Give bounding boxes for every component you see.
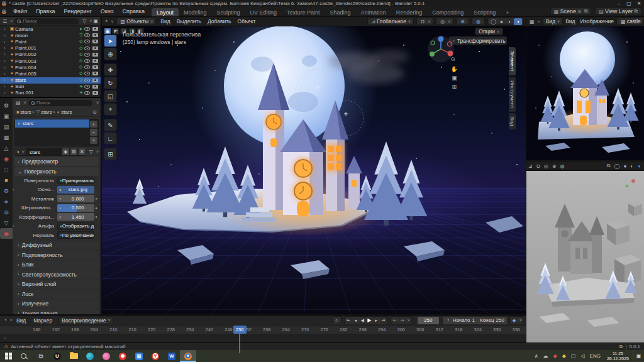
disable-render-icon[interactable] <box>92 47 98 50</box>
toolbar-tool-button[interactable]: ⊞ <box>104 148 117 160</box>
image-mode-dropdown[interactable]: Вид ˅ <box>543 18 563 25</box>
outliner-search-input[interactable]: Поиск <box>14 18 79 25</box>
new-collection-icon[interactable]: ▣ <box>92 18 99 24</box>
material-filter-icon[interactable]: ▽ <box>88 149 94 155</box>
workspace-tab[interactable]: Shading <box>325 8 356 16</box>
image-menu-item[interactable]: Изображение <box>578 18 617 25</box>
properties-tab[interactable]: ■ <box>0 175 13 185</box>
editor-type-icon[interactable]: ⌖ <box>104 18 109 25</box>
outliner-row[interactable]: › ✦ Point.005 ⊙ <box>0 70 101 77</box>
object-name[interactable]: Sun <box>15 84 78 89</box>
outliner-row[interactable]: › ✦ Point ⊙ <box>0 38 101 45</box>
keyframe-dot-icon[interactable]: ● <box>94 197 98 200</box>
language-indicator[interactable]: ENG <box>587 353 603 359</box>
new-layer-icon[interactable]: ⧉ <box>634 8 638 14</box>
proportional-icon[interactable]: ◎ <box>542 163 550 169</box>
expand-arrow-icon[interactable]: › <box>4 58 9 64</box>
pan-hand-icon[interactable]: ✋ <box>451 65 458 74</box>
viewport-menu-item[interactable]: Выделить <box>174 18 204 25</box>
hide-eye-icon[interactable] <box>84 79 90 82</box>
properties-tab[interactable]: ⚙ <box>0 100 13 111</box>
tray-icon[interactable]: ☁ <box>541 353 551 359</box>
unlink-button[interactable]: ✕ <box>78 148 86 156</box>
object-name[interactable]: moon <box>15 33 78 38</box>
jump-end-button[interactable]: ⇥ <box>380 317 387 324</box>
properties-tab[interactable]: ⚙ <box>0 185 13 196</box>
toolbar-tool-button[interactable]: ⊕ <box>104 48 117 60</box>
tray-icon[interactable]: ◆ <box>560 353 569 359</box>
snap-dropdown[interactable]: Ω ˅ <box>416 18 433 25</box>
overlays-icon[interactable]: ◍ <box>558 163 566 169</box>
hide-eye-icon[interactable] <box>84 85 90 89</box>
outliner-row[interactable]: › ✦ Point.001 ⊙ <box>0 45 101 52</box>
taskbar-app-button[interactable] <box>82 350 98 362</box>
collapsed-panel-header[interactable]: › Диффузный <box>14 241 99 250</box>
playhead-badge[interactable]: 250 <box>233 326 247 334</box>
render-preview-image[interactable] <box>526 26 644 160</box>
object-name[interactable]: Point.005 <box>15 71 78 77</box>
jump-start-button[interactable]: ⇤ <box>345 317 352 324</box>
keyframe-dot-icon[interactable]: ● <box>94 215 98 219</box>
object-name[interactable]: Point <box>15 39 78 45</box>
workspace-tab[interactable]: Scripting <box>469 8 501 16</box>
sidebar-tab[interactable]: Вид <box>509 113 516 129</box>
end-frame-field[interactable]: 250 <box>496 317 504 323</box>
workspace-tab[interactable]: Sculpting <box>211 8 245 16</box>
options-dropdown[interactable]: Опции ˅ <box>475 28 503 35</box>
toolbar-tool-button[interactable]: ➤ <box>104 35 117 47</box>
disable-render-icon[interactable] <box>92 27 98 31</box>
hide-eye-icon[interactable] <box>84 59 90 63</box>
notifications-icon[interactable]: ⧉ <box>618 344 624 350</box>
outliner-display-mode-icon[interactable]: ☰ <box>1 18 8 24</box>
viewport-solid[interactable]: ⊿ Ω ◎ ⊕ ◍ ⧉ ◯ ● ◐ ◑ <box>526 162 644 343</box>
property-value-field[interactable]: ● 0.500 <box>57 204 94 212</box>
toolbar-tool-button[interactable]: ◱ <box>104 90 117 102</box>
property-value-field[interactable]: ● stars.jpg <box>57 186 94 194</box>
expand-arrow-icon[interactable]: › <box>4 52 9 57</box>
rendered-shading-button[interactable]: ◑ <box>635 163 642 169</box>
collapsed-panel-header[interactable]: › Лоск <box>14 290 99 299</box>
material-shading-button[interactable]: ◐ <box>628 163 635 169</box>
playback-dropdown[interactable]: Воспроизведение ˅ <box>58 317 113 324</box>
browse-material-button[interactable]: ◐˅ <box>14 148 27 156</box>
taskbar-app-button[interactable] <box>98 350 114 362</box>
frame-forward-button[interactable]: ⇢ <box>399 317 406 324</box>
properties-tab[interactable]: ◉ <box>0 153 13 164</box>
toolbar-tool-button[interactable]: ∟ <box>104 132 117 145</box>
keyframe-dot-icon[interactable]: ● <box>94 206 98 210</box>
orientation-icon[interactable]: ⊿ <box>526 163 535 169</box>
outliner-row[interactable]: › ✦ Point.003 ⊙ <box>0 58 101 64</box>
timeline-menu-item[interactable]: Вид <box>13 317 30 324</box>
object-name[interactable]: Point.004 <box>15 65 78 70</box>
menu-item[interactable]: Правка <box>31 8 59 14</box>
object-name[interactable]: Point.003 <box>15 58 78 64</box>
material-shading-button[interactable]: ◐ <box>506 18 514 25</box>
mode-dropdown[interactable]: ▧ Объекты ˅ <box>116 18 157 25</box>
object-name[interactable]: Point.001 <box>15 45 78 51</box>
properties-tab[interactable]: ▽ <box>0 217 13 228</box>
taskbar-app-button[interactable] <box>16 350 33 362</box>
taskbar-app-button[interactable] <box>65 350 82 362</box>
preview-panel-header[interactable]: › Предпросмотр <box>14 157 99 166</box>
hide-eye-icon[interactable] <box>84 72 90 75</box>
xray-icon[interactable]: ⧉ <box>605 163 613 169</box>
image-editor-icon[interactable]: ▦ <box>528 19 536 25</box>
toolbar-tool-button[interactable]: ⌖ <box>104 103 117 116</box>
expand-arrow-icon[interactable]: › <box>4 39 9 45</box>
workspace-tab[interactable]: Rendering <box>391 8 428 16</box>
object-name[interactable]: Sun.001 <box>15 90 78 96</box>
hide-eye-icon[interactable] <box>84 33 90 37</box>
expand-arrow-icon[interactable]: › <box>4 26 9 32</box>
workspace-tab[interactable]: Layout <box>152 8 179 16</box>
remove-slot-button[interactable]: − <box>90 129 97 136</box>
viewport-scene-svg[interactable] <box>102 26 526 314</box>
current-frame-field[interactable]: 250 <box>418 317 439 324</box>
action-center-button[interactable]: ▣ <box>633 350 644 362</box>
properties-search-input[interactable]: Поиск <box>28 100 92 106</box>
property-value-field[interactable]: ● Принципиальны... <box>57 177 94 184</box>
slot-specials-button[interactable]: ˅ <box>90 137 97 144</box>
prev-keyframe-button[interactable]: ◂ <box>352 317 359 324</box>
viewport-menu-item[interactable]: Объект <box>235 18 259 25</box>
minimize-button[interactable]: – <box>614 0 624 7</box>
outliner-row[interactable]: › ✦ Point.004 ⊙ <box>0 64 101 70</box>
